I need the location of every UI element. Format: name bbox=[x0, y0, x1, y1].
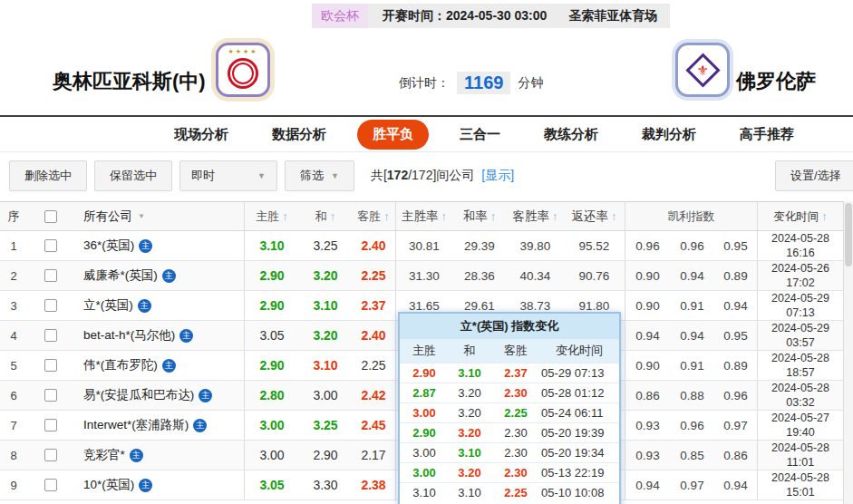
popup-change-time: 05-24 06:11 bbox=[541, 406, 617, 420]
company-name: 威廉希*(英国) bbox=[83, 267, 158, 284]
change-clock: 17:02 bbox=[786, 276, 814, 290]
company-name: 竞彩官* bbox=[83, 447, 125, 463]
show-link[interactable]: [显示] bbox=[481, 168, 514, 184]
tab-5[interactable]: 教练分析 bbox=[531, 121, 611, 149]
home-logo-stars-icon: ★★★★ bbox=[218, 48, 267, 55]
header-lose-rate[interactable]: 客胜率↑ bbox=[507, 202, 564, 230]
header-away-win[interactable]: 客胜↑ bbox=[352, 202, 396, 230]
tab-2[interactable]: 数据分析 bbox=[259, 121, 339, 149]
header-home-win[interactable]: 主胜↑ bbox=[245, 202, 299, 230]
change-date: 2024-05-27 bbox=[771, 411, 829, 425]
company-cell[interactable]: Interwet*(塞浦路斯)主 bbox=[74, 411, 245, 440]
company-cell[interactable]: 伟*(直布罗陀)主 bbox=[74, 351, 245, 380]
popup-change-time: 05-20 19:39 bbox=[541, 426, 617, 440]
instant-dropdown-value: 即时 bbox=[191, 168, 215, 184]
header-kelly: 凯利指数 bbox=[625, 202, 758, 230]
home-win-odds: 2.90 bbox=[245, 261, 299, 290]
popup-lose-odds: 2.30 bbox=[490, 426, 541, 440]
away-win-odds: 2.37 bbox=[352, 291, 396, 320]
away-win-odds: 2.17 bbox=[352, 441, 396, 470]
row-index: 8 bbox=[0, 441, 27, 470]
popup-header-row: 主胜 和 客胜 变化时间 bbox=[400, 339, 619, 363]
filter-dropdown[interactable]: 筛选 ▼ bbox=[285, 160, 354, 191]
header-change-time[interactable]: 变化时间↑ bbox=[758, 202, 843, 230]
sort-up-icon: ↑ bbox=[611, 209, 617, 223]
company-cell[interactable]: bet-at-h*(马尔他)主 bbox=[74, 321, 245, 350]
toolbar: 删除选中 保留选中 即时 ▼ 筛选 ▼ 共[172/172]间公司 [显示] 设… bbox=[0, 152, 853, 199]
header-return-rate[interactable]: 返还率↑ bbox=[564, 202, 625, 230]
company-name: Interwet*(塞浦路斯) bbox=[83, 417, 189, 433]
chevron-down-icon: ▼ bbox=[138, 212, 145, 220]
tab-1[interactable]: 现场分析 bbox=[161, 121, 241, 149]
kelly-index-1: 0.94 bbox=[625, 470, 670, 499]
row-checkbox[interactable] bbox=[44, 329, 57, 342]
company-cell[interactable]: 易*(安提瓜和巴布达)主 bbox=[74, 381, 245, 410]
select-all-checkbox[interactable] bbox=[44, 210, 57, 223]
popup-row: 3.003.202.3005-13 22:19 bbox=[400, 462, 619, 482]
header-win-rate[interactable]: 主胜率↑ bbox=[396, 202, 452, 230]
popup-win-odds: 3.10 bbox=[400, 486, 449, 499]
main-odds-badge-icon: 主 bbox=[138, 299, 151, 313]
teams-section: 奥林匹亚科斯(中) ★★★★ 倒计时： 1169 分钟 ⚜ 佛罗伦萨 bbox=[0, 32, 853, 115]
draw-odds: 3.20 bbox=[299, 261, 352, 290]
popup-draw-odds: 3.20 bbox=[449, 406, 490, 420]
tab-7[interactable]: 高手推荐 bbox=[727, 121, 807, 149]
change-time: 2024-05-2907:13 bbox=[758, 291, 843, 320]
popup-draw-odds: 3.10 bbox=[449, 366, 490, 380]
company-cell[interactable]: 立*(英国)主 bbox=[74, 291, 245, 320]
company-cell[interactable]: 竞彩官*主 bbox=[74, 441, 245, 470]
popup-win-odds: 2.87 bbox=[400, 386, 449, 400]
header-lose-rate-label: 客胜率 bbox=[513, 208, 550, 225]
change-date: 2024-05-28 bbox=[771, 231, 829, 246]
odds-change-popup: 立*(英国) 指数变化 主胜 和 客胜 变化时间 2.903.102.3705-… bbox=[398, 312, 621, 504]
keep-selected-button[interactable]: 保留选中 bbox=[94, 160, 172, 191]
draw-odds: 3.30 bbox=[299, 470, 352, 499]
row-checkbox[interactable] bbox=[44, 419, 57, 431]
row-checkbox[interactable] bbox=[44, 479, 57, 491]
company-cell[interactable]: 威廉希*(英国)主 bbox=[74, 261, 245, 290]
change-clock: 03:32 bbox=[786, 395, 814, 410]
scrollbar-thumb[interactable] bbox=[845, 203, 852, 267]
tab-4[interactable]: 三合一 bbox=[447, 121, 513, 149]
change-clock: 16:16 bbox=[786, 246, 814, 260]
header-company[interactable]: 所有公司▼ bbox=[74, 202, 245, 230]
home-crest-icon bbox=[228, 58, 258, 89]
row-checkbox[interactable] bbox=[44, 359, 57, 372]
kickoff-label: 开赛时间： bbox=[383, 8, 446, 23]
row-checkbox[interactable] bbox=[44, 239, 57, 252]
popup-header-time: 变化时间 bbox=[541, 343, 617, 359]
vertical-scrollbar[interactable] bbox=[843, 201, 853, 504]
change-clock: 15:01 bbox=[786, 485, 814, 499]
header-draw-rate[interactable]: 和率↑ bbox=[452, 202, 507, 230]
change-clock: 18:57 bbox=[786, 365, 814, 380]
count-current: 172 bbox=[387, 168, 408, 182]
row-checkbox[interactable] bbox=[44, 269, 57, 282]
tab-6[interactable]: 裁判分析 bbox=[629, 121, 709, 149]
settings-button[interactable]: 设置/选择 bbox=[775, 160, 853, 191]
row-checkbox-cell bbox=[27, 261, 74, 290]
row-index: 3 bbox=[0, 291, 27, 320]
popup-win-odds: 2.90 bbox=[400, 426, 449, 440]
instant-dropdown[interactable]: 即时 ▼ bbox=[179, 160, 277, 191]
row-checkbox[interactable] bbox=[44, 299, 57, 312]
header-draw[interactable]: 和↑ bbox=[299, 202, 352, 230]
away-team-name: 佛罗伦萨 bbox=[736, 68, 816, 95]
draw-rate: 29.39 bbox=[452, 231, 507, 260]
home-win-odds: 3.10 bbox=[245, 231, 299, 260]
kickoff-time: 开赛时间：2024-05-30 03:00 bbox=[368, 8, 559, 24]
kelly-index-2: 0.97 bbox=[670, 470, 714, 499]
popup-row: 2.903.102.3705-29 07:13 bbox=[400, 363, 619, 383]
home-win-odds: 3.05 bbox=[245, 470, 299, 499]
row-checkbox[interactable] bbox=[44, 449, 57, 461]
draw-odds: 3.25 bbox=[299, 231, 352, 260]
kelly-index-3: 0.95 bbox=[714, 231, 758, 260]
tab-3[interactable]: 胜平负 bbox=[357, 120, 429, 150]
delete-selected-button[interactable]: 删除选中 bbox=[9, 160, 87, 191]
row-checkbox-cell bbox=[27, 321, 74, 350]
row-checkbox[interactable] bbox=[44, 389, 57, 402]
chevron-down-icon: ▼ bbox=[331, 171, 339, 180]
company-cell[interactable]: 36*(英国)主 bbox=[74, 231, 245, 260]
kelly-index-2: 0.96 bbox=[670, 231, 714, 260]
company-cell[interactable]: 10*(英国)主 bbox=[74, 470, 245, 499]
row-index: 4 bbox=[0, 321, 27, 350]
